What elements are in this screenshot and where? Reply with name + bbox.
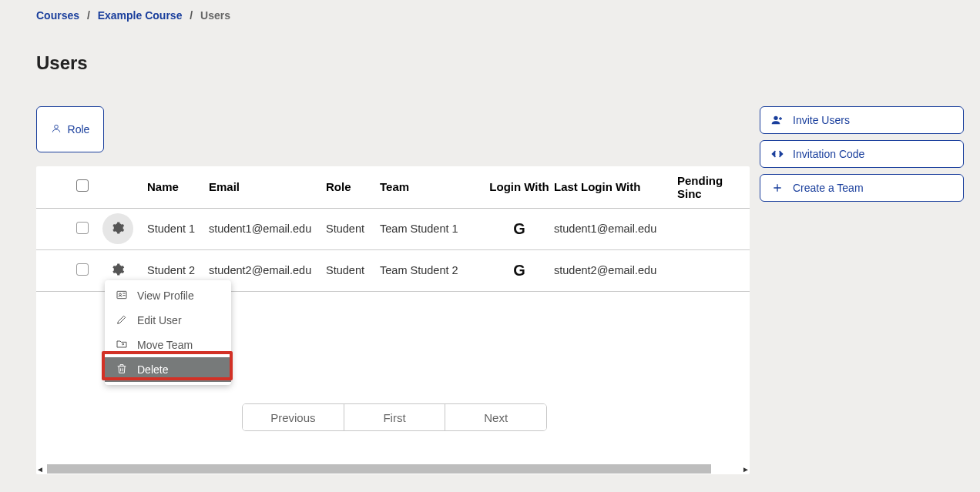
cell-team: Team Student 1	[380, 208, 485, 249]
gear-icon	[111, 221, 125, 237]
plus-icon	[771, 182, 784, 194]
menu-label: View Profile	[137, 290, 194, 302]
menu-move-team[interactable]: Move Team	[105, 333, 231, 357]
cell-role: Student	[326, 208, 380, 249]
cell-pending-since	[677, 208, 750, 249]
menu-label: Edit User	[137, 314, 182, 326]
folder-move-icon	[116, 338, 128, 353]
pagination: Previous First Next	[242, 403, 547, 431]
user-plus-icon	[771, 114, 784, 126]
google-icon: G	[485, 220, 554, 238]
cell-role: Student	[326, 249, 380, 291]
table-row: Student 1 student1@email.edu Student Tea…	[36, 208, 750, 249]
scroll-thumb[interactable]	[47, 464, 711, 474]
cell-pending-since	[677, 249, 750, 291]
svg-point-3	[119, 293, 122, 296]
invitation-code-button[interactable]: Invitation Code	[760, 140, 964, 168]
th-last-login-with: Last Login With	[554, 166, 677, 208]
th-email: Email	[209, 166, 326, 208]
page-title: Users	[36, 52, 88, 74]
gear-icon	[111, 263, 125, 279]
users-table: Name Email Role Team Login With Last Log…	[36, 166, 750, 292]
invitation-code-label: Invitation Code	[793, 148, 864, 160]
role-filter-label: Role	[68, 123, 90, 136]
scroll-track[interactable]	[47, 464, 739, 474]
menu-label: Move Team	[137, 339, 193, 351]
select-all-checkbox[interactable]	[76, 179, 89, 192]
trash-icon	[116, 363, 128, 377]
row-checkbox[interactable]	[76, 263, 89, 276]
th-role: Role	[326, 166, 380, 208]
cell-email: student1@email.edu	[209, 208, 326, 249]
cell-team: Team Student 2	[380, 249, 485, 291]
create-team-label: Create a Team	[793, 182, 864, 194]
breadcrumb: Courses / Example Course / Users	[36, 9, 230, 22]
cell-last-login: student2@email.edu	[554, 249, 677, 291]
svg-rect-2	[117, 291, 126, 298]
invite-users-label: Invite Users	[793, 114, 850, 126]
scroll-right-arrow[interactable]: ►	[742, 465, 750, 474]
svg-point-1	[774, 116, 777, 120]
breadcrumb-courses[interactable]: Courses	[36, 9, 79, 22]
menu-edit-user[interactable]: Edit User	[105, 308, 231, 333]
svg-point-0	[54, 125, 58, 129]
menu-delete[interactable]: Delete	[105, 357, 231, 382]
pencil-icon	[116, 313, 128, 328]
breadcrumb-current: Users	[200, 9, 230, 22]
cell-name: Student 1	[147, 208, 209, 249]
pager-previous[interactable]: Previous	[243, 404, 344, 430]
th-login-with: Login With	[485, 166, 554, 208]
pager-first[interactable]: First	[344, 404, 445, 430]
create-team-button[interactable]: Create a Team	[760, 174, 964, 202]
th-name: Name	[147, 166, 209, 208]
user-icon	[51, 123, 62, 136]
horizontal-scrollbar[interactable]: ◄ ►	[36, 462, 750, 476]
row-actions-menu: View Profile Edit User Move Team Delete	[105, 280, 231, 385]
breadcrumb-separator: /	[190, 9, 193, 22]
breadcrumb-example-course[interactable]: Example Course	[98, 9, 183, 22]
scroll-left-arrow[interactable]: ◄	[36, 465, 44, 474]
cell-last-login: student1@email.edu	[554, 208, 677, 249]
invite-users-button[interactable]: Invite Users	[760, 106, 964, 134]
th-pending-since: Pending Sinc	[677, 166, 750, 208]
th-team: Team	[380, 166, 485, 208]
pager-next[interactable]: Next	[445, 404, 546, 430]
breadcrumb-separator: /	[87, 9, 90, 22]
role-filter-button[interactable]: Role	[36, 106, 104, 152]
menu-view-profile[interactable]: View Profile	[105, 283, 231, 308]
row-actions-button[interactable]	[102, 213, 133, 244]
row-checkbox[interactable]	[76, 222, 89, 234]
code-icon	[771, 148, 784, 160]
google-icon: G	[485, 262, 554, 279]
menu-label: Delete	[137, 363, 168, 376]
id-card-icon	[116, 289, 128, 303]
